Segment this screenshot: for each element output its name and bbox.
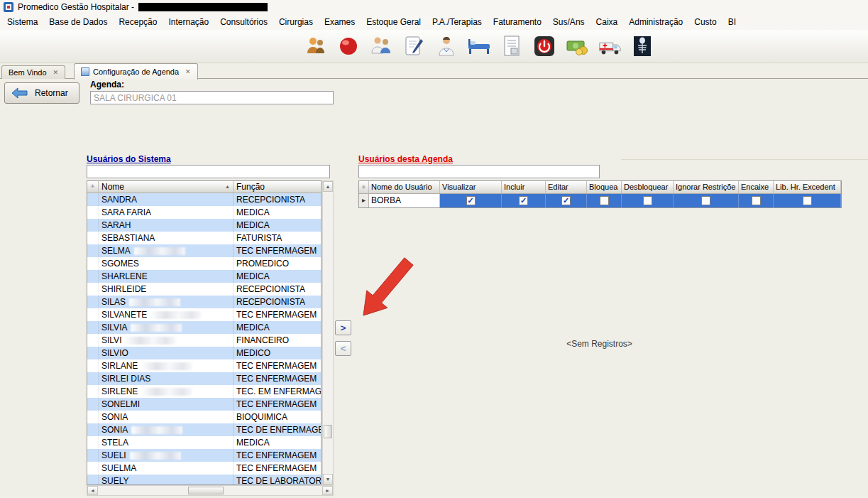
user-row[interactable]: SARAHMEDICA — [87, 219, 321, 232]
column-header-editar[interactable]: Editar — [546, 181, 587, 193]
tab-configuracao-de-agenda[interactable]: Configuração de Agenda ✕ — [74, 63, 198, 80]
xray-icon[interactable] — [630, 32, 654, 60]
user-row[interactable]: SILVIOMEDICO — [87, 347, 321, 359]
column-header-funcao[interactable]: Função — [234, 181, 321, 193]
column-header-bloquea[interactable]: Bloquea — [587, 181, 622, 193]
user-row[interactable]: SIRLANETEC ENFERMAGEM — [87, 359, 321, 372]
user-row[interactable]: SELMATEC ENFERMAGEM — [87, 244, 321, 257]
menu-p-a-terapias[interactable]: P.A./Terapias — [427, 15, 488, 29]
medical-staff-icon[interactable] — [369, 32, 393, 60]
user-role-cell: BIOQUIMICA — [234, 411, 321, 423]
permission-checkbox[interactable] — [701, 196, 710, 205]
title-bar: Promedico Gestão Hospitalar - — [0, 0, 868, 14]
redacted-text — [130, 452, 181, 460]
menu-estoque-geral[interactable]: Estoque Geral — [361, 15, 427, 29]
permission-checkbox[interactable]: ✓ — [466, 196, 476, 205]
tab-label: Bem Vindo — [9, 68, 47, 77]
user-row[interactable]: SILASRECEPCIONISTA — [87, 296, 321, 308]
menu-base-de-dados[interactable]: Base de Dados — [43, 15, 113, 29]
add-user-button[interactable]: > — [335, 320, 351, 335]
column-header-lib-hr-excedent[interactable]: Lib. Hr. Excedent — [774, 181, 841, 193]
scroll-right-icon[interactable]: ► — [322, 486, 333, 495]
user-row[interactable]: SEBASTIANAFATURISTA — [87, 232, 321, 244]
hospital-bed-icon[interactable] — [467, 32, 491, 60]
user-row[interactable]: SANDRARECEPCIONISTA — [87, 193, 321, 206]
system-users-grid: ✳ Nome ▲ Função SANDRARECEPCIONISTASARA … — [87, 180, 322, 485]
close-icon[interactable]: ✕ — [185, 68, 191, 75]
user-row[interactable]: SIRLENETEC. EM ENFERMAGEM — [87, 385, 321, 398]
return-button[interactable]: Retornar — [4, 82, 79, 104]
user-row[interactable]: SUELMATEC ENFERMAGEM — [87, 462, 321, 475]
menu-custo[interactable]: Custo — [688, 15, 722, 29]
doctor-icon[interactable] — [434, 32, 458, 60]
agenda-input[interactable] — [90, 91, 334, 104]
remove-user-button[interactable]: < — [335, 341, 351, 356]
column-header-nome[interactable]: Nome ▲ — [99, 181, 234, 193]
scroll-up-icon[interactable]: ▲ — [323, 181, 333, 192]
menu-consultorios[interactable]: Consultórios — [214, 15, 273, 29]
user-role-cell: RECEPCIONISTA — [234, 193, 321, 206]
power-red-icon[interactable] — [532, 32, 556, 60]
user-name-cell[interactable]: BORBA — [369, 194, 440, 207]
menu-caixa[interactable]: Caixa — [590, 15, 624, 29]
user-row[interactable]: SHIRLEIDERECEPCIONISTA — [87, 283, 321, 296]
user-row[interactable]: SONIABIOQUIMICA — [87, 411, 321, 423]
menu-administracao[interactable]: Administração — [623, 15, 688, 29]
prescription-pad-icon[interactable] — [402, 32, 426, 60]
user-row[interactable]: SARA FARIAMEDICA — [87, 206, 321, 219]
horizontal-scrollbar[interactable]: ◄ ► — [87, 485, 334, 496]
scrollbar-thumb[interactable] — [324, 425, 332, 438]
invoice-icon[interactable] — [500, 32, 524, 60]
user-row[interactable]: SONELMITEC ENFERMAGEM — [87, 398, 321, 411]
tab-bem-vindo[interactable]: Bem Vindo ✕ — [1, 65, 65, 79]
permission-checkbox[interactable] — [643, 196, 652, 205]
selector-header[interactable]: ✳ — [359, 181, 369, 193]
vertical-scrollbar[interactable]: ▲ ▼ — [322, 180, 334, 485]
grid-header: ✳ Nome ▲ Função — [87, 181, 321, 193]
menu-cirurgias[interactable]: Cirurgias — [273, 15, 319, 29]
menu-bi[interactable]: BI — [723, 15, 742, 29]
user-row[interactable]: SILVIFINANCEIRO — [87, 334, 321, 347]
agenda-users-filter-input[interactable] — [358, 165, 600, 178]
permission-checkbox[interactable] — [803, 196, 812, 205]
reception-people-icon[interactable] — [304, 32, 328, 60]
menu-sus-ans[interactable]: Sus/Ans — [547, 15, 590, 29]
cashier-money-icon[interactable] — [565, 32, 589, 60]
column-header-incluir[interactable]: Incluir — [502, 181, 546, 193]
close-icon[interactable]: ✕ — [53, 69, 59, 76]
permission-checkbox[interactable]: ✓ — [519, 196, 528, 205]
ambulance-icon[interactable] — [598, 32, 622, 60]
column-header-ignorar-restricoe[interactable]: Ignorar Restriçõe — [674, 181, 739, 193]
selector-header[interactable]: ✳ — [87, 181, 99, 193]
menu-exames[interactable]: Exames — [319, 15, 361, 29]
user-row[interactable]: SIRLEI DIASTEC ENFERMAGEM — [87, 372, 321, 385]
permission-checkbox[interactable] — [752, 196, 761, 205]
user-row[interactable]: SONIATEC DE ENFERMAGEM — [87, 423, 321, 436]
row-selector-cell — [87, 475, 99, 485]
user-row[interactable]: SUELITEC ENFERMAGEM — [87, 449, 321, 462]
column-header-visualizar[interactable]: Visualizar — [440, 181, 502, 193]
system-users-filter-input[interactable] — [87, 165, 330, 178]
user-row[interactable]: SILVIAMEDICA — [87, 321, 321, 334]
scroll-left-icon[interactable]: ◄ — [87, 486, 98, 495]
scroll-down-icon[interactable]: ▼ — [323, 474, 333, 485]
permission-checkbox[interactable] — [600, 196, 609, 205]
red-orb-icon[interactable] — [336, 32, 361, 60]
scrollbar-thumb[interactable] — [188, 487, 224, 494]
user-role-cell: MEDICA — [234, 321, 321, 334]
menu-faturamento[interactable]: Faturamento — [488, 15, 547, 29]
menu-recepcao[interactable]: Recepção — [113, 15, 163, 29]
user-row[interactable]: SUELYTEC DE LABORATORIO — [87, 475, 321, 485]
tab-label: Configuração de Agenda — [93, 67, 179, 76]
user-row[interactable]: SILVANETETEC ENFERMAGEM — [87, 308, 321, 321]
user-row[interactable]: STELAMEDICA — [87, 436, 321, 449]
user-row[interactable]: SHARLENEMEDICA — [87, 270, 321, 283]
menu-internacao[interactable]: Internação — [163, 15, 214, 29]
menu-sistema[interactable]: Sistema — [1, 15, 43, 29]
column-header-desbloquear[interactable]: Desbloquear — [622, 181, 674, 193]
column-header-encaixe[interactable]: Encaixe — [739, 181, 774, 193]
column-header-nome-do-usuario[interactable]: Nome do Usuário — [369, 181, 440, 193]
user-row[interactable]: SGOMESPROMEDICO — [87, 257, 321, 270]
agenda-user-row[interactable]: ▸BORBA✓✓✓ — [359, 194, 841, 207]
permission-checkbox[interactable]: ✓ — [561, 196, 571, 205]
